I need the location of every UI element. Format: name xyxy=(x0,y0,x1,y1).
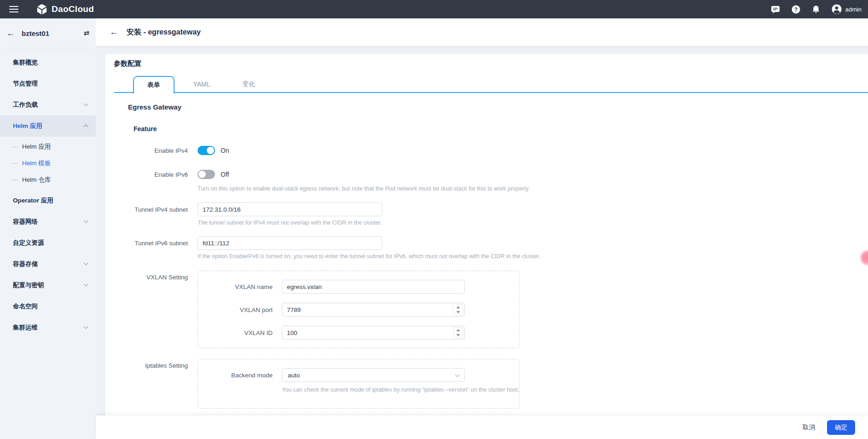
avatar-icon xyxy=(832,4,842,14)
spinner-up-icon[interactable] xyxy=(454,305,463,310)
row-vxlan-port: VXLAN port xyxy=(198,303,519,317)
chevron-down-icon xyxy=(455,372,460,377)
sidebar-item-cluster-ops[interactable]: 集群运维 xyxy=(0,317,96,338)
chevron-up-icon xyxy=(84,125,88,129)
cancel-button[interactable]: 取消 xyxy=(803,423,815,432)
sidebar-item-operator-apps[interactable]: Operator 应用 xyxy=(0,190,96,211)
sidebar-item-cluster-overview[interactable]: 集群概览 xyxy=(0,52,96,73)
sidebar-nav: 集群概览 节点管理 工作负载 Helm 应用 Helm 应用 Helm 模板 H… xyxy=(0,48,96,338)
sidebar-item-label: 配置与密钥 xyxy=(13,281,44,289)
vxlan-port-stepper[interactable] xyxy=(453,304,463,315)
config-panel: 参数配置 表单 YAML 变化 Egress Gateway Feature E… xyxy=(105,54,868,439)
sidebar-subitem-helm-templates[interactable]: Helm 模板 xyxy=(0,155,96,172)
sidebar-item-config-secrets[interactable]: 配置与密钥 xyxy=(0,275,96,296)
message-icon[interactable] xyxy=(771,6,780,13)
row-tunnel-ipv4: Tunnel IPv4 subnet xyxy=(105,202,859,216)
sidebar-item-label: 工作负载 xyxy=(13,101,38,109)
sidebar-item-label: 集群运维 xyxy=(13,323,38,332)
toggle-knob xyxy=(207,147,214,154)
sidebar-subitem-helm-apps[interactable]: Helm 应用 xyxy=(0,139,96,155)
row-tunnel-ipv6: Tunnel IPv6 subnet xyxy=(105,236,859,250)
sidebar: ← bztest01 ⇄ 集群概览 节点管理 工作负载 Helm 应用 Helm… xyxy=(0,18,96,439)
chevron-down-icon xyxy=(84,219,88,223)
tunnel-ipv6-label: Tunnel IPv6 subnet xyxy=(105,240,188,247)
sidebar-item-label: 容器网络 xyxy=(13,218,38,226)
enable-ipv6-toggle[interactable] xyxy=(198,170,215,179)
brand-logo[interactable]: DaoCloud xyxy=(36,3,94,15)
backend-mode-select[interactable]: auto xyxy=(282,368,465,382)
switch-cluster-icon[interactable]: ⇄ xyxy=(83,29,89,37)
backend-mode-label: Backend mode xyxy=(198,372,273,379)
help-icon[interactable]: ? xyxy=(792,5,800,14)
sidebar-item-helm-apps[interactable]: Helm 应用 xyxy=(0,116,96,137)
sidebar-item-custom-resources[interactable]: 自定义资源 xyxy=(0,232,96,254)
tunnel-ipv4-label: Tunnel IPv4 subnet xyxy=(105,206,188,213)
confirm-button[interactable]: 确定 xyxy=(827,420,855,435)
enable-ipv4-state: On xyxy=(221,147,229,154)
sidebar-subgroup-helm: Helm 应用 Helm 模板 Helm 仓库 xyxy=(0,139,96,188)
svg-text:?: ? xyxy=(794,6,797,12)
vxlan-port-input[interactable] xyxy=(282,303,465,317)
panel-title: 参数配置 xyxy=(114,59,141,68)
iptables-setting-box: Backend mode auto You can check the curr… xyxy=(198,359,519,409)
chevron-down-icon xyxy=(84,282,88,287)
sidebar-item-container-storage[interactable]: 容器存储 xyxy=(0,254,96,275)
chevron-down-icon xyxy=(84,261,88,266)
spinner-down-icon[interactable] xyxy=(454,333,463,338)
row-enable-ipv4: Enable IPv4 On xyxy=(105,144,859,157)
enable-ipv4-toggle[interactable] xyxy=(198,146,215,155)
spinner-up-icon[interactable] xyxy=(454,328,463,333)
brand-name: DaoCloud xyxy=(52,4,94,14)
tunnel-ipv4-input[interactable] xyxy=(198,202,382,216)
sidebar-subitem-helm-repos[interactable]: Helm 仓库 xyxy=(0,172,96,188)
spinner-down-icon[interactable] xyxy=(454,310,463,315)
action-bar: 取消 确定 xyxy=(96,416,868,439)
chevron-down-icon xyxy=(84,102,88,106)
sidebar-item-namespaces[interactable]: 命名空间 xyxy=(0,296,96,317)
toggle-knob xyxy=(198,171,206,178)
backend-mode-helper: You can check the current mode of iptabl… xyxy=(282,386,547,394)
hamburger-menu-icon[interactable] xyxy=(9,6,18,12)
row-vxlan-name: VXLAN name xyxy=(198,280,519,294)
vxlan-port-label: VXLAN port xyxy=(198,306,273,313)
tunnel-ipv6-input[interactable] xyxy=(198,236,382,250)
tab-yaml[interactable]: YAML xyxy=(179,76,225,92)
sidebar-item-container-network[interactable]: 容器网络 xyxy=(0,211,96,232)
tab-form[interactable]: 表单 xyxy=(133,76,175,93)
row-enable-ipv6: Enable IPv6 Off xyxy=(105,168,859,181)
page-header: ← 安装 - egressgateway xyxy=(96,18,868,46)
cluster-name: bztest01 xyxy=(22,29,49,37)
tunnel-ipv4-helper: The tunnel subnet for IPv4 must not over… xyxy=(198,220,382,226)
sidebar-item-workloads[interactable]: 工作负载 xyxy=(0,94,96,116)
backend-mode-value: auto xyxy=(288,372,300,379)
username-label: admin xyxy=(845,6,862,13)
daocloud-cube-icon xyxy=(36,3,48,15)
back-arrow-icon[interactable]: ← xyxy=(6,29,15,37)
user-menu[interactable]: admin xyxy=(832,4,862,14)
vxlan-name-label: VXLAN name xyxy=(198,283,273,290)
chevron-down-icon xyxy=(84,324,88,329)
page-title: 安装 - egressgateway xyxy=(127,28,201,37)
sidebar-header: ← bztest01 ⇄ xyxy=(0,18,96,48)
bell-icon[interactable] xyxy=(812,5,820,14)
sidebar-item-node-management[interactable]: 节点管理 xyxy=(0,73,96,94)
enable-ipv6-state: Off xyxy=(221,171,229,178)
vxlan-name-input[interactable] xyxy=(282,280,465,294)
group-title: Feature xyxy=(134,125,157,133)
tunnel-ipv6-helper: If the option EnableIPv6 is turned on, y… xyxy=(198,253,540,260)
sidebar-item-label: 容器存储 xyxy=(13,260,38,268)
row-backend-mode: Backend mode auto xyxy=(198,368,519,382)
top-navbar: DaoCloud ? admin xyxy=(0,0,868,18)
vxlan-setting-label: VXLAN Setting xyxy=(105,274,188,281)
row-vxlan-id: VXLAN ID xyxy=(198,326,519,340)
tab-change[interactable]: 变化 xyxy=(226,76,272,92)
vxlan-id-stepper[interactable] xyxy=(453,327,463,338)
back-arrow-icon[interactable]: ← xyxy=(110,27,118,37)
enable-ipv6-description: Turn on this option to enable dual-stack… xyxy=(198,185,530,192)
vxlan-id-label: VXLAN ID xyxy=(198,329,273,336)
section-title: Egress Gateway xyxy=(128,103,181,111)
enable-ipv6-label: Enable IPv6 xyxy=(105,171,188,178)
vxlan-setting-box: VXLAN name VXLAN port xyxy=(198,271,519,348)
iptables-setting-label: Iptables Setting xyxy=(105,362,188,369)
vxlan-id-input[interactable] xyxy=(282,326,465,340)
